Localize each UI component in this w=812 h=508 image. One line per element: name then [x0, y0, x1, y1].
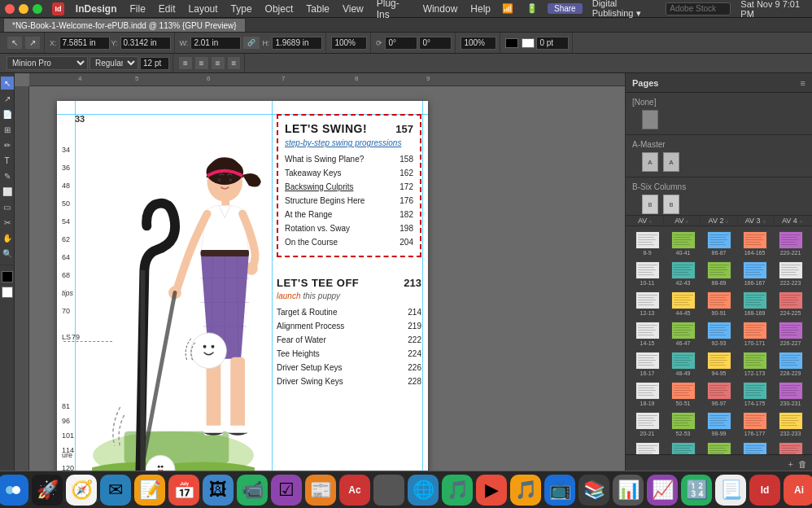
thumb-item-2[interactable]: 86-87	[702, 230, 736, 257]
document-tab[interactable]: *NG-Book-1-Welcome-for-ePUB.indd @ 113% …	[3, 18, 246, 32]
thumb-item-26[interactable]: 50-51	[666, 380, 700, 408]
constrain-proportions[interactable]: 🔗	[242, 36, 260, 50]
direct-select-tool[interactable]: ↗	[24, 36, 41, 50]
dock-mail[interactable]: ✉	[100, 475, 131, 506]
menu-edit[interactable]: Edit	[154, 0, 181, 18]
thumb-item-32[interactable]: 98-99	[702, 410, 736, 438]
dock-indesign[interactable]: Id	[749, 475, 780, 506]
thumb-item-18[interactable]: 170-171	[738, 320, 771, 348]
section1-box[interactable]: LET'S SWING! 157 step-by-step swing prog…	[277, 114, 421, 257]
dock-illustrator[interactable]: Ai	[784, 475, 812, 506]
pages-a-label[interactable]: A-Master	[626, 138, 812, 151]
rectangle-frame-icon[interactable]: ⬜	[1, 185, 14, 198]
gap-tool-icon[interactable]: ⊞	[1, 123, 14, 136]
pen-tool-icon[interactable]: ✏	[1, 138, 14, 151]
thumb-item-22[interactable]: 94-95	[702, 350, 736, 378]
thumb-item-3[interactable]: 164-165	[738, 230, 771, 257]
x-input[interactable]	[59, 37, 110, 50]
justify-button[interactable]: ≡	[227, 56, 242, 70]
pages-panel-menu-icon[interactable]: ≡	[801, 78, 805, 88]
zoom-input[interactable]	[331, 37, 367, 50]
menu-view[interactable]: View	[338, 0, 369, 18]
stroke-color-swatch[interactable]	[2, 287, 13, 298]
dock-calendar[interactable]: 📅	[168, 475, 199, 506]
thumb-item-31[interactable]: 52-53	[666, 410, 700, 438]
rectangle-icon[interactable]: ▭	[1, 200, 14, 213]
y-input[interactable]	[120, 37, 171, 50]
dock-launchpad[interactable]: 🚀	[32, 475, 63, 506]
thumb-item-14[interactable]: 224-225	[774, 290, 807, 318]
thumb-item-10[interactable]: 12-13	[631, 290, 664, 318]
align-left-button[interactable]: ≡	[178, 56, 193, 70]
digital-publishing-button[interactable]: Digital Publishing ▾	[589, 0, 660, 19]
thumb-item-13[interactable]: 168-169	[738, 290, 771, 318]
thumb-item-6[interactable]: 42-43	[666, 260, 700, 287]
dock-acrobat[interactable]: Ac	[339, 475, 370, 506]
document-page[interactable]: 33 34 36 48 50 54 62 64 68 tips 70	[57, 101, 428, 472]
pages-none-label[interactable]: [None]	[626, 96, 812, 108]
menu-help[interactable]: Help	[465, 0, 495, 18]
a-master-thumb-l[interactable]: A	[642, 152, 658, 172]
dock-safari[interactable]: 🧭	[66, 475, 97, 506]
thumb-item-16[interactable]: 46-47	[666, 320, 700, 348]
thumb-item-28[interactable]: 174-175	[738, 380, 771, 408]
dock-reminders[interactable]: ☑	[271, 475, 302, 506]
thumbnails-area[interactable]: 8-9 40-41 86-87 164-165	[626, 226, 812, 454]
thumb-item-5[interactable]: 10-11	[631, 260, 664, 287]
thumb-item-0[interactable]: 8-9	[631, 230, 664, 257]
align-right-button[interactable]: ≡	[211, 56, 225, 70]
thumb-item-24[interactable]: 228-229	[774, 350, 807, 378]
thumb-item-17[interactable]: 92-93	[702, 320, 736, 348]
dock-instastats[interactable]: 📊	[613, 475, 644, 506]
pages-b-label[interactable]: B-Six Columns	[626, 181, 812, 193]
canvas-area[interactable]: 4 5 6 7 8 9 33	[15, 73, 625, 472]
dock-music[interactable]: 🎵	[510, 475, 541, 506]
thumb-item-34[interactable]: 232-233	[774, 410, 807, 438]
fill-color-swatch[interactable]	[2, 271, 13, 282]
width-input[interactable]	[190, 37, 241, 50]
selection-tool[interactable]: ↖	[7, 36, 23, 50]
height-input[interactable]	[272, 37, 322, 50]
dock-photos[interactable]: 🖼	[203, 475, 234, 506]
dock-spotify[interactable]: 🎵	[442, 475, 473, 506]
thumb-item-15[interactable]: 14-15	[631, 320, 664, 348]
menu-file[interactable]: File	[125, 0, 151, 18]
dock-notes[interactable]: 📝	[134, 475, 165, 506]
type-tool-icon[interactable]: T	[1, 154, 14, 167]
menu-object[interactable]: Object	[260, 0, 299, 18]
zoom-input2[interactable]	[461, 37, 496, 50]
minimize-button[interactable]	[19, 4, 28, 14]
dock-numbers[interactable]: 🔢	[681, 475, 712, 506]
thumb-item-23[interactable]: 172-173	[738, 350, 771, 378]
stock-search-input[interactable]	[666, 2, 731, 15]
stroke-swatch[interactable]	[522, 38, 535, 48]
hand-tool-icon[interactable]: ✋	[1, 231, 14, 244]
thumb-item-25[interactable]: 18-19	[631, 380, 664, 408]
menu-indesign[interactable]: InDesign	[71, 0, 122, 18]
fill-swatch[interactable]	[505, 38, 518, 48]
delete-page-icon[interactable]: 🗑	[798, 459, 807, 469]
menu-window[interactable]: Window	[418, 0, 463, 18]
zoom-tool-icon[interactable]: 🔍	[1, 247, 14, 260]
a-master-thumb-r[interactable]: A	[663, 152, 679, 172]
fullscreen-button[interactable]	[33, 4, 42, 14]
page-tool-icon[interactable]: 📄	[1, 107, 14, 120]
av4-arrow[interactable]: ⬦	[762, 217, 766, 225]
thumb-item-9[interactable]: 222-223	[774, 260, 807, 287]
shear-input[interactable]	[419, 37, 452, 50]
none-master-thumb[interactable]	[642, 110, 658, 129]
align-center-button[interactable]: ≡	[194, 56, 209, 70]
thumb-item-21[interactable]: 48-49	[666, 350, 700, 378]
menu-layout[interactable]: Layout	[184, 0, 223, 18]
new-page-icon[interactable]: +	[788, 459, 793, 469]
thumb-item-27[interactable]: 96-97	[702, 380, 736, 408]
thumb-item-20[interactable]: 16-17	[631, 350, 664, 378]
thumb-item-38[interactable]: 178-179	[738, 440, 771, 454]
thumb-item-33[interactable]: 176-177	[738, 410, 771, 438]
thumb-item-36[interactable]: 54-55	[666, 440, 700, 454]
dock-youtube[interactable]: ▶	[476, 475, 507, 506]
dock-chrome[interactable]: 🌐	[408, 475, 439, 506]
b-master-thumb-r[interactable]: B	[663, 195, 679, 214]
font-size-input[interactable]	[140, 57, 169, 70]
thumb-item-7[interactable]: 88-89	[702, 260, 736, 287]
